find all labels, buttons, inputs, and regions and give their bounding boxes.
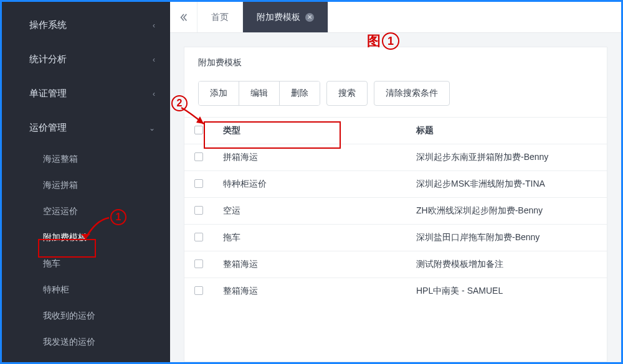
cell-title: 深圳起步MSK非洲线附加费-TINA: [406, 171, 607, 198]
cell-title: 测试附费模板增加备注: [406, 251, 607, 278]
chevron-left-icon: ‹: [153, 55, 155, 64]
cell-type: 整箱海运: [213, 251, 406, 278]
app-frame: 操作系统‹统计分析‹单证管理‹运价管理⌄海运整箱海运拼箱空运运价附加费模板拖车特…: [0, 0, 623, 364]
table-row: 拼箱海运深圳起步东南亚拼箱附加费-Benny: [184, 144, 607, 171]
cell-type: 拼箱海运: [213, 144, 406, 171]
row-checkbox[interactable]: [194, 152, 203, 161]
double-chevron-left-icon: [179, 13, 188, 22]
cell-title: ZH欧洲线深圳起步附加费-Benny: [406, 198, 607, 225]
submenu: 海运整箱海运拼箱空运运价附加费模板拖车特种柜我收到的运价我发送的运价: [2, 145, 170, 359]
sidebar-item[interactable]: 我发送的运价: [2, 329, 170, 355]
table-header-row: 类型 标题: [184, 118, 607, 144]
row-checkbox[interactable]: [194, 286, 203, 295]
cell-title: HPL中南美 - SAMUEL: [406, 278, 607, 305]
menu-group-label: 运价管理: [29, 122, 67, 133]
edit-button[interactable]: 编辑: [239, 82, 279, 105]
menu-group-label: 单证管理: [29, 88, 67, 98]
chevron-left-icon: ‹: [153, 90, 155, 98]
header-type: 类型: [213, 118, 406, 144]
data-table: 类型 标题 拼箱海运深圳起步东南亚拼箱附加费-Benny特种柜运价深圳起步MSK…: [184, 117, 607, 304]
row-checkbox-cell: [184, 171, 213, 198]
cell-type: 特种柜运价: [213, 171, 406, 198]
add-button[interactable]: 添加: [199, 82, 239, 105]
row-checkbox[interactable]: [194, 233, 203, 241]
row-checkbox-cell: [184, 198, 213, 225]
sidebar-item[interactable]: 特种柜: [2, 277, 170, 303]
clear-search-button[interactable]: 清除搜索条件: [374, 81, 450, 106]
table-row: 特种柜运价深圳起步MSK非洲线附加费-TINA: [184, 171, 607, 198]
row-checkbox-cell: [184, 278, 213, 305]
row-checkbox[interactable]: [194, 206, 203, 215]
table-row: 空运ZH欧洲线深圳起步附加费-Benny: [184, 198, 607, 225]
sidebar-item[interactable]: 我收到的运价: [2, 303, 170, 329]
crud-button-group: 添加 编辑 删除: [198, 81, 320, 106]
menu-group[interactable]: 运价管理⌄: [2, 111, 170, 145]
menu-group[interactable]: 操作系统‹: [2, 8, 170, 42]
chevron-down-icon: ⌄: [149, 124, 155, 133]
tab-prev-button[interactable]: [170, 2, 197, 32]
row-checkbox-cell: [184, 251, 213, 278]
sidebar-item[interactable]: 拖车: [2, 251, 170, 277]
tab-bar: 首页 附加费模板 ✕: [170, 2, 621, 33]
cell-type: 空运: [213, 198, 406, 225]
tab-surcharge-template[interactable]: 附加费模板 ✕: [243, 2, 328, 32]
sidebar: 操作系统‹统计分析‹单证管理‹运价管理⌄海运整箱海运拼箱空运运价附加费模板拖车特…: [2, 2, 170, 362]
cell-title: 深圳起步东南亚拼箱附加费-Benny: [406, 144, 607, 171]
tab-home[interactable]: 首页: [197, 2, 243, 32]
content-card: 附加费模板 添加 编辑 删除 搜索 清除搜索条件 类型: [184, 47, 607, 362]
sidebar-item[interactable]: 附加费模板: [2, 225, 170, 251]
header-title: 标题: [406, 118, 607, 144]
card-title: 附加费模板: [184, 47, 607, 75]
tab-label: 首页: [211, 12, 229, 23]
table-row: 整箱海运HPL中南美 - SAMUEL: [184, 278, 607, 305]
table-row: 整箱海运测试附费模板增加备注: [184, 251, 607, 278]
menu-group[interactable]: 单证管理‹: [2, 77, 170, 111]
menu-group[interactable]: 统计分析‹: [2, 42, 170, 77]
header-checkbox-cell: [184, 118, 213, 144]
sidebar-item[interactable]: 海运整箱: [2, 146, 170, 172]
row-checkbox-cell: [184, 144, 213, 171]
tab-label: 附加费模板: [257, 12, 300, 23]
chevron-left-icon: ‹: [153, 21, 155, 30]
row-checkbox-cell: [184, 225, 213, 251]
menu-group-label: 统计分析: [29, 54, 67, 64]
header-checkbox[interactable]: [194, 126, 203, 134]
toolbar: 添加 编辑 删除 搜索 清除搜索条件: [184, 75, 607, 117]
table-row: 拖车深圳盐田口岸拖车附加费-Benny: [184, 225, 607, 251]
main-area: 首页 附加费模板 ✕ 附加费模板 添加 编辑 删除 搜索 清除搜索条件: [170, 2, 621, 362]
cell-title: 深圳盐田口岸拖车附加费-Benny: [406, 225, 607, 251]
cell-type: 整箱海运: [213, 278, 406, 305]
sidebar-item[interactable]: 海运拼箱: [2, 172, 170, 198]
row-checkbox[interactable]: [194, 259, 203, 268]
close-icon[interactable]: ✕: [305, 13, 314, 22]
row-checkbox[interactable]: [194, 179, 203, 188]
sidebar-item[interactable]: 空运运价: [2, 198, 170, 225]
search-button[interactable]: 搜索: [326, 81, 368, 106]
cell-type: 拖车: [213, 225, 406, 251]
menu-group-label: 操作系统: [29, 19, 67, 30]
delete-button[interactable]: 删除: [279, 82, 320, 105]
